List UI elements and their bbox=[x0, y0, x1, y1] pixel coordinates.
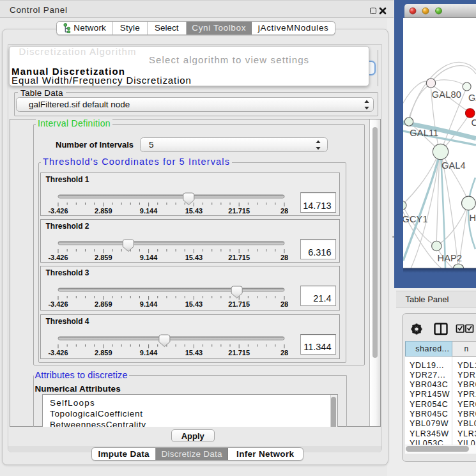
svg-text:9.144: 9.144 bbox=[139, 254, 157, 261]
svg-text:21.715: 21.715 bbox=[228, 300, 250, 308]
svg-text:15.43: 15.43 bbox=[185, 349, 203, 357]
svg-text:2.859: 2.859 bbox=[95, 207, 112, 215]
svg-text:-3.426: -3.426 bbox=[48, 254, 68, 261]
svg-text:9.144: 9.144 bbox=[139, 300, 157, 308]
svg-text:28: 28 bbox=[280, 349, 288, 357]
svg-text:28: 28 bbox=[280, 300, 288, 308]
svg-text:CY: CY bbox=[472, 118, 476, 128]
svg-text:28: 28 bbox=[280, 207, 288, 215]
svg-text:-3.426: -3.426 bbox=[48, 300, 68, 308]
svg-text:GAL80: GAL80 bbox=[432, 89, 461, 99]
svg-text:2.859: 2.859 bbox=[95, 254, 112, 261]
svg-text:15.43: 15.43 bbox=[185, 300, 203, 308]
svg-text:-3.426: -3.426 bbox=[48, 349, 68, 357]
svg-text:2.859: 2.859 bbox=[95, 349, 112, 357]
svg-text:HAP2: HAP2 bbox=[438, 252, 463, 263]
svg-text:9.144: 9.144 bbox=[139, 349, 157, 357]
svg-text:28: 28 bbox=[280, 254, 288, 261]
svg-text:GCY1: GCY1 bbox=[403, 214, 428, 224]
svg-text:21.715: 21.715 bbox=[228, 254, 250, 261]
svg-text:15.43: 15.43 bbox=[185, 207, 203, 215]
svg-text:GA: GA bbox=[468, 93, 476, 103]
svg-text:GAL4: GAL4 bbox=[441, 160, 466, 171]
svg-text:GAL11: GAL11 bbox=[410, 128, 438, 138]
svg-text:HI: HI bbox=[470, 212, 476, 222]
svg-text:-3.426: -3.426 bbox=[48, 207, 68, 215]
svg-text:21.715: 21.715 bbox=[228, 349, 250, 357]
svg-text:9.144: 9.144 bbox=[139, 207, 157, 215]
svg-text:2.859: 2.859 bbox=[95, 300, 112, 308]
svg-text:15.43: 15.43 bbox=[185, 254, 203, 261]
svg-text:21.715: 21.715 bbox=[228, 207, 250, 215]
